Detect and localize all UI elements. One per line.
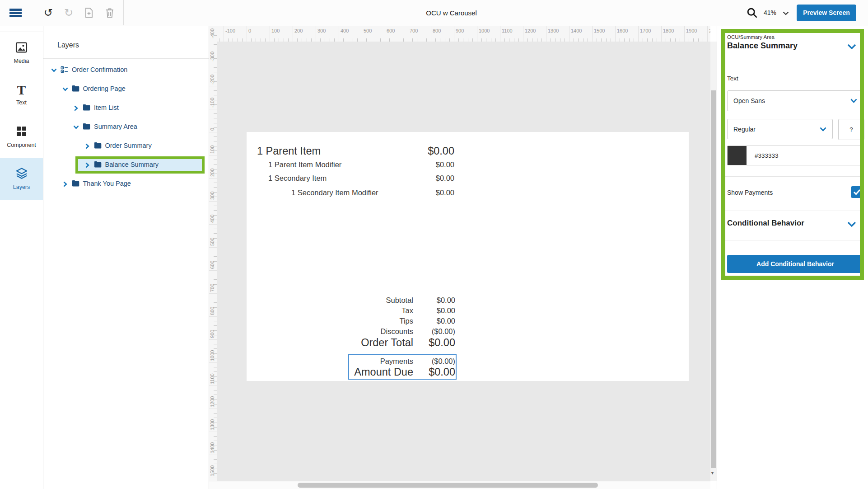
layer-row-balance-summary[interactable]: Balance Summary (43, 155, 209, 174)
chevron-right-icon[interactable] (73, 105, 79, 111)
ruler-tick (297, 38, 298, 42)
rail-item-component[interactable]: Component (0, 116, 43, 158)
ruler-tick (209, 293, 217, 294)
ruler-tick (629, 38, 630, 42)
ruler-tick (537, 38, 537, 42)
chevron-down-icon[interactable] (51, 67, 57, 73)
conditional-behavior-chevron-icon[interactable] (847, 221, 856, 227)
order-item-row[interactable]: 1 Secondary Item$0.00 (268, 174, 454, 183)
balance-row-amount-due[interactable]: Amount Due$0.00 (306, 366, 455, 378)
component-icon (16, 126, 27, 139)
chevron-right-icon[interactable] (84, 143, 90, 149)
zoom-level[interactable]: 41% (764, 0, 776, 26)
color-hex-value: #333333 (755, 152, 779, 159)
collapse-section-chevron-icon[interactable] (847, 44, 856, 49)
ruler-tick (330, 38, 330, 42)
vertical-scrollbar[interactable]: ▾ (710, 42, 717, 481)
ruler-tick (541, 38, 542, 42)
rail-item-media[interactable]: Media (0, 32, 43, 75)
conditional-behavior-heading: Conditional Behavior (727, 219, 804, 228)
totals-value: $0.00 (413, 317, 455, 325)
ruler-label: 700 (210, 284, 215, 292)
show-payments-label: Show Payments (727, 189, 773, 196)
chevron-right-icon[interactable] (62, 181, 68, 187)
order-item-row[interactable]: 1 Parent Item$0.00 (257, 145, 454, 157)
horizontal-scrollbar[interactable] (209, 481, 710, 489)
order-item-row[interactable]: 1 Secondary Item Modifier$0.00 (291, 188, 454, 197)
ruler-tick (638, 26, 639, 42)
show-payments-checkbox[interactable] (851, 186, 863, 198)
chevron-right-icon[interactable] (84, 162, 90, 168)
font-weight-select[interactable]: Regular (727, 119, 833, 139)
rail-item-layers[interactable]: Layers (0, 158, 43, 200)
ruler-tick (532, 38, 532, 42)
font-weight-value: Regular (733, 126, 756, 133)
ruler-tick (209, 247, 217, 248)
ruler-tick (518, 38, 519, 42)
order-item-row[interactable]: 1 Parent Item Modifier$0.00 (268, 160, 454, 169)
layer-row-item-list[interactable]: Item List (43, 98, 209, 117)
totals-row-subtotal[interactable]: Subtotal$0.00 (306, 296, 455, 305)
zoom-chevron-down-icon[interactable] (783, 11, 789, 15)
artboard[interactable]: 1 Parent Item$0.001 Parent Item Modifier… (247, 132, 689, 381)
divider (725, 63, 862, 63)
item-label: 1 Secondary Item (268, 174, 327, 183)
ruler-tick (214, 371, 217, 372)
ruler-tick (209, 201, 217, 202)
preview-screen-button[interactable]: Preview Screen (797, 5, 856, 21)
ruler-tick (611, 38, 611, 42)
folder-icon (72, 180, 79, 187)
layer-label: Order Confirmation (72, 66, 127, 73)
ruler-tick (209, 178, 217, 179)
totals-row-order-total[interactable]: Order Total$0.00 (306, 337, 455, 349)
horizontal-scrollbar-thumb[interactable] (298, 483, 598, 488)
text-section-label: Text (727, 75, 738, 82)
ruler-tick (209, 155, 217, 155)
ruler-tick (214, 256, 217, 257)
ruler-tick (209, 40, 217, 40)
layer-row-summary-area[interactable]: Summary Area (43, 117, 209, 136)
ruler-tick (689, 38, 689, 42)
search-icon[interactable] (746, 7, 758, 19)
ruler-tick (214, 302, 217, 303)
ruler-tick (620, 38, 620, 42)
layer-row-ordering-page[interactable]: Ordering Page (43, 79, 209, 98)
ruler-label: 1700 (640, 28, 651, 33)
ruler-tick (209, 109, 217, 109)
vertical-scrollbar-thumb[interactable] (711, 90, 716, 468)
ruler-tick (320, 38, 321, 42)
ruler-label: 800 (210, 307, 215, 315)
text-color-field[interactable]: #333333 (727, 146, 863, 165)
layer-row-order-summary[interactable]: Order Summary (43, 136, 209, 155)
canvas-viewport[interactable]: 1 Parent Item$0.001 Parent Item Modifier… (217, 42, 710, 481)
hamburger-menu-icon[interactable] (9, 9, 22, 18)
ruler-label: -400 (210, 28, 215, 38)
ruler-tick (214, 113, 217, 114)
ruler-tick (233, 38, 233, 42)
ruler-tick (555, 38, 555, 42)
help-button[interactable]: ? (838, 119, 864, 140)
ruler-tick (214, 252, 217, 252)
balance-row-payments[interactable]: Payments($0.00) (306, 357, 455, 366)
totals-row-tips[interactable]: Tips$0.00 (306, 317, 455, 325)
chevron-down-icon[interactable] (73, 124, 79, 130)
totals-row-tax[interactable]: Tax$0.00 (306, 306, 455, 315)
add-conditional-behavior-button[interactable]: Add Conditional Behavior (727, 255, 863, 273)
chevron-down-icon[interactable] (62, 86, 68, 92)
ruler-tick (454, 26, 454, 42)
font-family-select[interactable]: Open Sans (727, 90, 863, 111)
ruler-tick (472, 38, 473, 42)
ruler-tick (371, 38, 371, 42)
totals-row-discounts[interactable]: Discounts($0.00) (306, 327, 455, 336)
check-icon (853, 189, 861, 195)
breadcrumb: OCU/Summary Area (727, 34, 775, 40)
layer-row-thank-you-page[interactable]: Thank You Page (43, 174, 209, 193)
layer-label: Summary Area (94, 123, 137, 130)
ruler-tick (366, 38, 367, 42)
layer-row-order-confirmation[interactable]: Order Confirmation (43, 60, 209, 79)
document-title: OCU w Carousel (35, 0, 868, 26)
ruler-tick (583, 38, 583, 42)
scroll-down-arrow-icon[interactable]: ▾ (711, 471, 716, 475)
ruler-tick (214, 464, 217, 464)
rail-item-text[interactable]: TText (0, 74, 43, 116)
